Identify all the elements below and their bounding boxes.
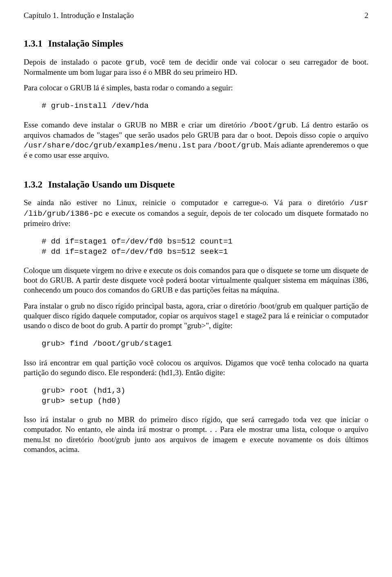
inline-code: grub bbox=[126, 58, 145, 67]
text: Coloque um disquete virgem no drive e ex… bbox=[24, 266, 368, 294]
text: Esse comando deve instalar o GRUB no MBR… bbox=[24, 121, 249, 129]
paragraph: Esse comando deve instalar o GRUB no MBR… bbox=[24, 120, 368, 161]
paragraph: Para instalar o grub no disco rígido pri… bbox=[24, 301, 368, 331]
page-header: Capítulo 1. Introdução e Instalação 2 bbox=[24, 11, 368, 20]
text: para bbox=[196, 141, 214, 149]
code-block: # grub-install /dev/hda bbox=[24, 101, 368, 111]
spacer bbox=[24, 166, 368, 179]
section-title: Instalação Simples bbox=[48, 38, 123, 49]
paragraph: Isso irá instalar o grub no MBR do prime… bbox=[24, 415, 368, 454]
section-number: 1.3.2 bbox=[24, 179, 42, 190]
text: Para colocar o GRUB lá é simples, basta … bbox=[24, 83, 233, 92]
text: Isso irá encontrar em qual partição você… bbox=[24, 358, 368, 377]
inline-code: /boot/grub bbox=[213, 141, 260, 150]
code-block: grub> find /boot/grub/stage1 bbox=[24, 339, 368, 349]
text: Para instalar o grub no disco rígido pri… bbox=[24, 302, 368, 330]
text: Isso irá instalar o grub no MBR do prime… bbox=[24, 415, 368, 453]
inline-code: /boot/grub bbox=[249, 121, 296, 130]
section-heading-131: 1.3.1Instalação Simples bbox=[24, 38, 368, 50]
document-page: Capítulo 1. Introdução e Instalação 2 1.… bbox=[0, 0, 392, 577]
page-number: 2 bbox=[365, 11, 369, 20]
text: Depois de instalado o pacote bbox=[24, 58, 126, 66]
section-heading-132: 1.3.2Instalação Usando um Disquete bbox=[24, 179, 368, 191]
section-number: 1.3.1 bbox=[24, 38, 42, 49]
code-block: grub> root (hd1,3) grub> setup (hd0) bbox=[24, 386, 368, 406]
chapter-title: Capítulo 1. Introdução e Instalação bbox=[24, 11, 134, 20]
paragraph: Depois de instalado o pacote grub, você … bbox=[24, 57, 368, 77]
code-block: # dd if=stage1 of=/dev/fd0 bs=512 count=… bbox=[24, 237, 368, 257]
paragraph: Para colocar o GRUB lá é simples, basta … bbox=[24, 83, 368, 93]
paragraph: Coloque um disquete virgem no drive e ex… bbox=[24, 266, 368, 295]
inline-code: /usr/share/doc/grub/examples/menu.lst bbox=[24, 141, 196, 150]
text: Se ainda não estiver no Linux, reinicie … bbox=[24, 198, 350, 207]
paragraph: Se ainda não estiver no Linux, reinicie … bbox=[24, 198, 368, 228]
paragraph: Isso irá encontrar em qual partição você… bbox=[24, 358, 368, 378]
section-title: Instalação Usando um Disquete bbox=[48, 179, 175, 190]
